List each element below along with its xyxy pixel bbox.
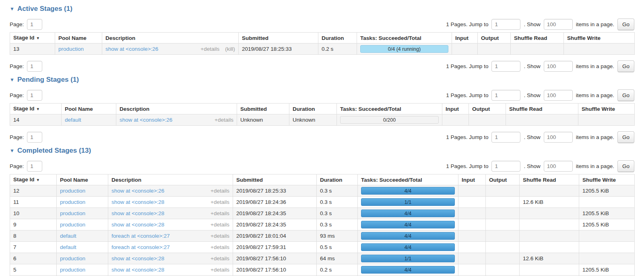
jump-to-page-input[interactable] <box>491 61 520 72</box>
stage-id-cell: 11 <box>10 197 57 208</box>
col-header-shuffle-write[interactable]: Shuffle Write <box>579 174 635 185</box>
description-link[interactable]: show at <console>:26 <box>120 116 172 123</box>
page-size-input[interactable] <box>544 61 573 72</box>
description-link[interactable]: show at <console>:28 <box>111 255 164 262</box>
pool-link[interactable]: default <box>60 244 76 250</box>
page-size-input[interactable] <box>544 90 573 101</box>
col-header-output[interactable]: Output <box>486 174 520 185</box>
description-link[interactable]: foreach at <console>:27 <box>111 232 170 239</box>
col-header-duration[interactable]: Duration <box>317 174 358 185</box>
details-toggle[interactable]: +details <box>211 187 229 194</box>
details-toggle[interactable]: +details <box>215 116 233 123</box>
description-link[interactable]: foreach at <console>:27 <box>111 244 170 251</box>
pool-link[interactable]: production <box>60 199 85 205</box>
page-size-input[interactable] <box>544 132 573 143</box>
pool-link[interactable]: production <box>60 188 85 194</box>
description-actions: +details <box>211 255 229 262</box>
go-button[interactable]: Go <box>617 89 634 101</box>
jump-to-page-input[interactable] <box>491 161 520 172</box>
pagination-bar: Page: 1 Pages. Jump to . Show items in a… <box>10 160 634 172</box>
pool-link[interactable]: production <box>60 210 85 216</box>
shuffle-write-cell <box>579 242 635 253</box>
col-header-tasks-succeeded-total[interactable]: Tasks: Succeeded/Total <box>337 104 442 114</box>
go-button[interactable]: Go <box>617 19 634 30</box>
description-link[interactable]: show at <console>:26 <box>105 46 158 52</box>
description-link[interactable]: show at <console>:28 <box>111 266 164 273</box>
tasks-cell: 4/4 <box>358 242 458 253</box>
go-button[interactable]: Go <box>617 60 634 72</box>
col-header-tasks-succeeded-total[interactable]: Tasks: Succeeded/Total <box>357 33 452 44</box>
description-actions: +details <box>215 116 233 123</box>
completed-stages-header[interactable]: ▼ Completed Stages (13) <box>10 147 634 155</box>
description-cell: show at <console>:28+details <box>108 219 233 230</box>
col-header-submitted[interactable]: Submitted <box>239 33 318 44</box>
description-link[interactable]: show at <console>:28 <box>111 221 164 228</box>
description-link[interactable]: show at <console>:26 <box>111 187 164 194</box>
go-button[interactable]: Go <box>617 131 634 143</box>
submitted-cell: 2019/08/27 18:24:35 <box>233 208 317 219</box>
jump-to-page-input[interactable] <box>491 19 520 30</box>
jump-to-page-input[interactable] <box>491 90 520 101</box>
col-header-pool-name[interactable]: Pool Name <box>62 104 116 114</box>
description-link[interactable]: show at <console>:28 <box>111 210 164 217</box>
col-header-stage-id[interactable]: Stage Id ▾ <box>10 174 57 185</box>
col-header-input[interactable]: Input <box>452 33 478 44</box>
description-content: foreach at <console>:27+details <box>111 244 229 251</box>
details-toggle[interactable]: +details <box>211 221 229 228</box>
pool-link[interactable]: production <box>58 46 84 52</box>
stage-row: 7defaultforeach at <console>:27+details2… <box>10 242 635 253</box>
col-header-input[interactable]: Input <box>442 104 469 114</box>
details-toggle[interactable]: +details <box>211 210 229 217</box>
col-header-pool-name[interactable]: Pool Name <box>55 33 102 44</box>
col-header-stage-id[interactable]: Stage Id ▾ <box>10 104 62 114</box>
page-size-input[interactable] <box>544 19 573 30</box>
pool-link[interactable]: production <box>60 222 85 228</box>
col-header-shuffle-read[interactable]: Shuffle Read <box>520 174 579 185</box>
details-toggle[interactable]: +details <box>211 244 229 251</box>
details-toggle[interactable]: +details <box>211 199 229 205</box>
shuffle-read-cell <box>511 44 564 55</box>
col-header-shuffle-read[interactable]: Shuffle Read <box>511 33 564 44</box>
col-header-input[interactable]: Input <box>458 174 486 185</box>
go-button[interactable]: Go <box>617 160 634 172</box>
page-size-input[interactable] <box>544 161 573 172</box>
col-header-description[interactable]: Description <box>108 174 233 185</box>
pool-link[interactable]: production <box>60 255 85 261</box>
page-number-input[interactable] <box>27 132 42 143</box>
col-header-tasks-succeeded-total[interactable]: Tasks: Succeeded/Total <box>358 174 458 185</box>
output-cell <box>486 242 520 253</box>
col-header-output[interactable]: Output <box>469 104 506 114</box>
col-header-shuffle-read[interactable]: Shuffle Read <box>506 104 578 114</box>
col-header-submitted[interactable]: Submitted <box>233 174 317 185</box>
col-header-shuffle-write[interactable]: Shuffle Write <box>564 33 635 44</box>
page-number-input[interactable] <box>27 90 42 101</box>
pool-link[interactable]: default <box>60 233 76 239</box>
page-number-input[interactable] <box>27 19 42 30</box>
col-header-pool-name[interactable]: Pool Name <box>57 174 108 185</box>
col-header-description[interactable]: Description <box>116 104 237 114</box>
pool-link[interactable]: default <box>65 117 81 123</box>
pool-cell: production <box>57 253 108 264</box>
col-header-duration[interactable]: Duration <box>318 33 357 44</box>
jump-to-page-input[interactable] <box>491 132 520 143</box>
details-toggle[interactable]: +details <box>211 232 229 239</box>
details-toggle[interactable]: +details <box>211 266 229 273</box>
page-number-input[interactable] <box>27 61 42 72</box>
col-header-duration[interactable]: Duration <box>289 104 337 114</box>
details-toggle[interactable]: +details <box>211 255 229 262</box>
pool-link[interactable]: production <box>60 267 85 273</box>
page-number-input[interactable] <box>27 161 42 172</box>
col-header-submitted[interactable]: Submitted <box>237 104 289 114</box>
col-header-stage-id[interactable]: Stage Id ▾ <box>10 33 55 44</box>
submitted-cell: 2019/08/27 17:56:10 <box>233 264 317 276</box>
details-toggle[interactable]: +details <box>200 46 219 52</box>
col-header-output[interactable]: Output <box>478 33 511 44</box>
submitted-cell: 2019/08/27 18:24:36 <box>233 197 317 208</box>
kill-link[interactable]: (kill) <box>225 46 235 52</box>
pending-stages-header[interactable]: ▼ Pending Stages (1) <box>10 76 634 84</box>
active-stages-header[interactable]: ▼ Active Stages (1) <box>10 5 634 13</box>
col-header-description[interactable]: Description <box>102 33 239 44</box>
description-link[interactable]: show at <console>:28 <box>111 199 164 205</box>
col-header-shuffle-write[interactable]: Shuffle Write <box>578 104 635 114</box>
description-content: show at <console>:26+details <box>111 187 229 194</box>
